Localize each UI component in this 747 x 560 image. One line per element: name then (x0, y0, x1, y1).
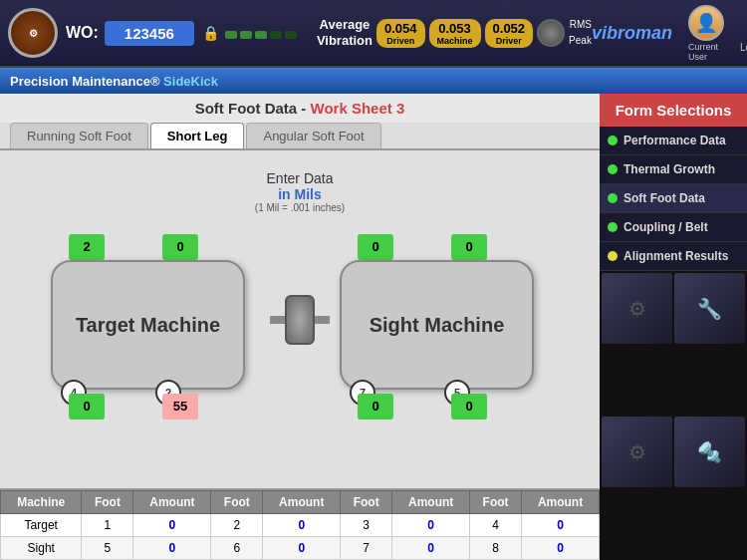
sight-val-8[interactable]: 0 (451, 234, 487, 260)
current-user-label: Current User (688, 42, 724, 62)
row-target-f3: 3 (341, 514, 392, 537)
vibration-title: AverageVibration (317, 17, 373, 48)
sidebar-label-thermal: Thermal Growth (623, 162, 715, 176)
row-sight-f3: 7 (341, 537, 392, 560)
dot-3 (255, 31, 267, 39)
table-row-target: Target 1 0 2 0 3 0 4 0 (1, 514, 600, 537)
row-sight-a1[interactable]: 0 (133, 537, 211, 560)
sight-val-7[interactable]: 0 (358, 394, 393, 420)
logo: ⚙ (8, 8, 58, 58)
sidebar-item-softfoot[interactable]: Soft Foot Data (600, 184, 747, 213)
wo-input[interactable] (105, 21, 194, 46)
coupling-disk (285, 295, 315, 345)
sidebar-item-coupling[interactable]: Coupling / Belt (600, 213, 747, 242)
logout-button[interactable]: ↪ Logout (740, 14, 747, 53)
row-sight-f1: 5 (82, 537, 133, 560)
mils-sub: (1 Mil = .001 inches) (255, 202, 345, 213)
target-val-2[interactable]: 55 (162, 394, 198, 420)
table-row-sight: Sight 5 0 6 0 7 0 8 0 (1, 537, 600, 560)
vibroman-section: vibroman 👤 Current User ↪ Logout ⌂ Home (592, 5, 747, 62)
sight-val-6[interactable]: 0 (358, 234, 393, 260)
enter-data-line1: Enter Data (255, 170, 345, 186)
thumb-2: 🔧 (674, 273, 745, 344)
driven-badge: 0.054 Driven (376, 19, 425, 48)
sidebar-images: ⚙ 🔧 ⚙ 🔩 (600, 271, 747, 560)
target-val-4[interactable]: 0 (69, 394, 105, 420)
dot-5 (285, 31, 297, 39)
coupling (260, 295, 340, 345)
col-amount3: Amount (392, 491, 470, 514)
tab-shortleg[interactable]: Short Leg (150, 123, 245, 148)
breadcrumb-highlight: SideKick (163, 74, 218, 89)
row-sight-f4: 8 (470, 537, 522, 560)
sidebar-label-alignment: Alignment Results (623, 249, 728, 263)
row-sight-a3[interactable]: 0 (392, 537, 470, 560)
sight-val-5[interactable]: 0 (451, 394, 487, 420)
row-sight-a2[interactable]: 0 (263, 537, 341, 560)
content-area: Soft Foot Data - Work Sheet 3 Running So… (0, 94, 600, 560)
sidebar-header: Form Selections (600, 94, 747, 127)
dot-1 (225, 31, 237, 39)
coupling-shaft (270, 295, 330, 345)
tab-angular[interactable]: Angular Soft Foot (246, 123, 380, 148)
thumb-img-4: 🔩 (674, 417, 745, 487)
vibration-badges: 0.054 Driven 0.053 Machine 0.052 Driver … (376, 17, 592, 49)
driver-badge: 0.052 Driver (485, 19, 534, 48)
sidebar: Form Selections Performance Data Thermal… (600, 94, 747, 560)
sidebar-dot-thermal (608, 164, 618, 174)
row-target-a3[interactable]: 0 (392, 514, 470, 537)
vibration-gauge (537, 19, 565, 47)
sidebar-item-alignment[interactable]: Alignment Results (600, 242, 747, 271)
target-val-3[interactable]: 0 (162, 234, 198, 260)
dot-4 (270, 31, 282, 39)
sidebar-label-performance: Performance Data (623, 134, 726, 147)
col-foot3: Foot (341, 491, 392, 514)
wo-section: WO: 🔒 (66, 21, 297, 46)
col-amount2: Amount (263, 491, 341, 514)
row-target-machine: Target (1, 514, 82, 537)
lock-icon: 🔒 (202, 25, 219, 41)
wo-label: WO: (66, 24, 99, 42)
col-amount1: Amount (133, 491, 211, 514)
rms-peak: RMS Peak (569, 17, 592, 49)
row-target-a4[interactable]: 0 (522, 514, 600, 537)
target-machine-wrapper: 2 0 1 3 Target Machine 4 2 0 55 (51, 220, 260, 420)
row-sight-machine: Sight (1, 537, 82, 560)
row-target-f2: 2 (211, 514, 263, 537)
user-section: 👤 Current User (688, 5, 724, 62)
row-target-a1[interactable]: 0 (133, 514, 211, 537)
target-machine: Target Machine (51, 260, 245, 390)
row-sight-f2: 6 (211, 537, 263, 560)
machine-badge: 0.053 Machine (429, 19, 481, 48)
sidebar-item-thermal[interactable]: Thermal Growth (600, 155, 747, 184)
sidebar-label-coupling: Coupling / Belt (623, 220, 708, 234)
sight-machine-label: Sight Machine (370, 312, 505, 338)
mils-label: in Mils (278, 186, 322, 202)
thumb-img-3: ⚙ (602, 417, 672, 487)
header: ⚙ WO: 🔒 AverageVibration 0.054 Driven 0.… (0, 0, 747, 68)
thumb-img-1: ⚙ (602, 273, 672, 344)
thumb-4: 🔩 (674, 417, 745, 487)
col-foot4: Foot (470, 491, 522, 514)
col-foot2: Foot (211, 491, 263, 514)
sidebar-item-performance[interactable]: Performance Data (600, 127, 747, 155)
thumb-3: ⚙ (602, 417, 672, 487)
row-target-f4: 4 (470, 514, 522, 537)
tab-running[interactable]: Running Soft Foot (10, 123, 148, 148)
thumb-1: ⚙ (602, 273, 672, 344)
progress-dots (225, 31, 297, 39)
col-amount4: Amount (522, 491, 600, 514)
col-machine: Machine (1, 491, 82, 514)
sidebar-dot-softfoot (608, 193, 618, 203)
tabs-bar: Running Soft Foot Short Leg Angular Soft… (0, 123, 600, 150)
content-title: Soft Foot Data - Work Sheet 3 (0, 94, 600, 123)
target-val-1[interactable]: 2 (69, 234, 105, 260)
breadcrumb: Precision Maintenance® SideKick (0, 68, 747, 94)
row-sight-a4[interactable]: 0 (522, 537, 600, 560)
main-layout: Soft Foot Data - Work Sheet 3 Running So… (0, 94, 747, 560)
row-target-a2[interactable]: 0 (263, 514, 341, 537)
worksheet-label: Work Sheet 3 (311, 100, 405, 117)
vibroman-logo: vibroman (592, 23, 672, 44)
avatar: 👤 (688, 5, 724, 41)
sidebar-dot-coupling (608, 222, 618, 232)
